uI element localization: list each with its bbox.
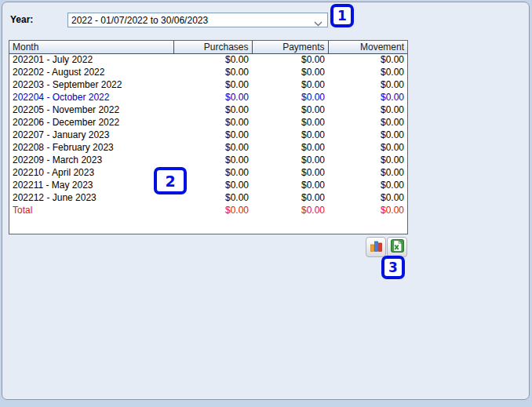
chevron-down-icon <box>314 18 322 29</box>
total-movement: $0.00 <box>328 204 407 216</box>
export-excel-button[interactable] <box>387 237 407 257</box>
monthly-movement-table: Month Purchases Payments Movement 202201… <box>9 40 408 234</box>
total-purchases: $0.00 <box>173 204 252 216</box>
table-row[interactable]: 202210 - April 2023 $0.00 $0.00 $0.00 <box>9 166 407 179</box>
content-panel: Year: 2022 - 01/07/2022 to 30/06/2023 Mo… <box>2 2 530 400</box>
total-payments: $0.00 <box>252 204 328 216</box>
annotation-mark-1: 1 <box>330 4 354 27</box>
bar-chart-icon <box>370 239 383 256</box>
column-header-movement[interactable]: Movement <box>328 41 407 53</box>
year-label: Year: <box>10 14 33 25</box>
annotation-mark-3: 3 <box>381 256 405 279</box>
table-header-row: Month Purchases Payments Movement <box>9 41 407 53</box>
table-row[interactable]: 202205 - November 2022 $0.00 $0.00 $0.00 <box>9 104 407 116</box>
column-header-month[interactable]: Month <box>9 41 173 53</box>
table-row[interactable]: 202202 - August 2022 $0.00 $0.00 $0.00 <box>9 66 407 78</box>
table-row[interactable]: 202208 - February 2023 $0.00 $0.00 $0.00 <box>9 141 407 154</box>
table-row[interactable]: 202209 - March 2023 $0.00 $0.00 $0.00 <box>9 154 407 166</box>
total-label: Total <box>9 204 173 216</box>
table-row[interactable]: 202203 - September 2022 $0.00 $0.00 $0.0… <box>9 78 407 91</box>
year-dropdown[interactable]: 2022 - 01/07/2022 to 30/06/2023 <box>67 13 328 27</box>
excel-export-icon <box>391 239 404 256</box>
table-row[interactable]: 202201 - July 2022 $0.00 $0.00 $0.00 <box>9 53 407 66</box>
year-dropdown-value: 2022 - 01/07/2022 to 30/06/2023 <box>71 15 208 26</box>
column-header-purchases[interactable]: Purchases <box>173 41 252 53</box>
show-chart-button[interactable] <box>366 237 386 257</box>
table-row[interactable]: 202212 - June 2023 $0.00 $0.00 $0.00 <box>9 191 407 204</box>
total-row: Total $0.00 $0.00 $0.00 <box>9 204 407 216</box>
month-table-body: 202201 - July 2022 $0.00 $0.00 $0.00 202… <box>9 53 407 204</box>
column-header-payments[interactable]: Payments <box>252 41 328 53</box>
annotation-mark-2: 2 <box>154 167 187 194</box>
table-row[interactable]: 202207 - January 2023 $0.00 $0.00 $0.00 <box>9 129 407 141</box>
table-row[interactable]: 202206 - December 2022 $0.00 $0.00 $0.00 <box>9 116 407 129</box>
app-window: Year: 2022 - 01/07/2022 to 30/06/2023 Mo… <box>0 0 532 407</box>
table-row[interactable]: 202211 - May 2023 $0.00 $0.00 $0.00 <box>9 179 407 191</box>
table-row[interactable]: 202204 - October 2022 $0.00 $0.00 $0.00 <box>9 91 407 104</box>
